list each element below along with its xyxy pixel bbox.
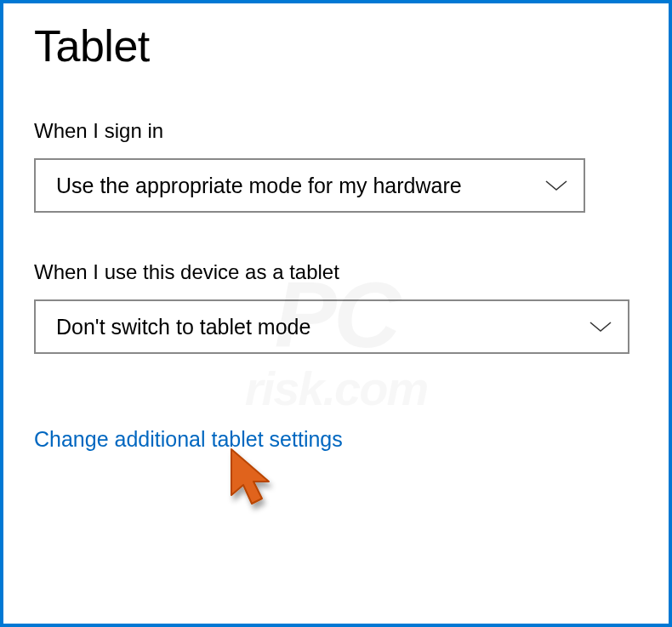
use-as-tablet-dropdown[interactable]: Don't switch to tablet mode (34, 299, 629, 354)
use-as-tablet-dropdown-value: Don't switch to tablet mode (56, 315, 310, 339)
watermark-sub: risk.com (245, 360, 427, 415)
annotation-cursor-icon (221, 446, 289, 534)
change-additional-tablet-settings-link[interactable]: Change additional tablet settings (34, 427, 343, 452)
use-as-tablet-label: When I use this device as a tablet (34, 260, 638, 284)
signin-dropdown-value: Use the appropriate mode for my hardware (56, 174, 462, 198)
page-title: Tablet (34, 20, 638, 71)
signin-dropdown[interactable]: Use the appropriate mode for my hardware (34, 158, 585, 213)
chevron-down-icon (544, 179, 568, 192)
settings-panel: PC risk.com Tablet When I sign in Use th… (0, 0, 672, 627)
signin-label: When I sign in (34, 119, 638, 143)
chevron-down-icon (589, 320, 612, 333)
